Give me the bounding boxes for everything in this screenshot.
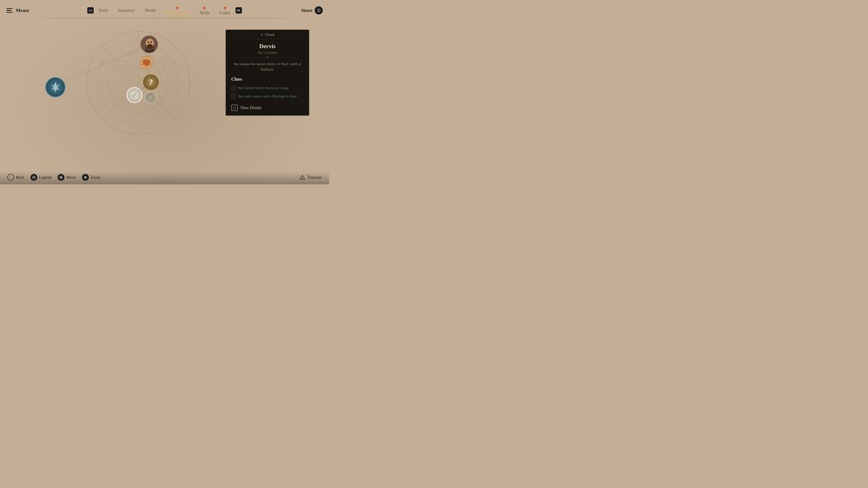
panel-status-text: Closed [265,33,275,37]
tutorials-label: Tutorials [307,175,322,180]
nav-tabs: L1 Tools Inventory World Investigation S… [87,4,242,17]
tab-inventory[interactable]: Inventory [113,6,140,15]
zoom-label: Zoom [91,175,100,180]
legend-control[interactable]: Legend [31,174,51,181]
clues-header: Clues [226,76,309,85]
question-mark: ? [149,77,153,87]
svg-point-10 [318,9,319,10]
back-button[interactable]: ○ [7,174,14,181]
triangle-icon [299,174,306,181]
partial-node-icon [145,92,156,103]
square-button-icon [231,105,238,111]
legend-button[interactable] [31,174,37,181]
move-label: Move [66,175,76,180]
skills-alert-icon [202,6,207,10]
status-check-icon: ✓ [260,33,264,37]
main-content: ? ✓ ✓ Closed Dervis Nur's Contact Nur ma… [0,18,329,171]
svg-point-22 [147,44,153,48]
store-section[interactable]: Store [301,6,323,14]
zoom-icon [84,175,87,179]
selected-node[interactable]: ✓ [127,87,143,103]
clue-icon-2 [231,94,236,99]
clue-text-1: Nur marked Shari's district on a map. [238,86,289,91]
l3-icon [32,175,36,179]
bottom-controls-left: ○ Back Legend Move [7,174,100,181]
portrait-svg [141,36,158,53]
question-node[interactable]: ? [143,74,159,91]
zoom-button[interactable] [82,174,89,181]
panel-description: Nur mapped the factory district of Shari… [226,61,309,76]
move-icon [59,175,63,179]
tab-investigation[interactable]: Investigation [160,4,195,17]
info-panel: ✓ Closed Dervis Nur's Contact Nur mapped… [225,30,309,116]
svg-point-30 [33,177,34,178]
r1-button[interactable]: R1 [236,7,242,13]
panel-title: Dervis [226,39,309,51]
codex-alert-icon [223,6,227,10]
tab-world[interactable]: World [140,6,160,15]
tab-tools[interactable]: Tools [94,6,113,15]
svg-point-21 [151,41,152,43]
zoom-control[interactable]: Zoom [82,174,100,181]
tutorials-button[interactable] [299,174,306,181]
menu-bar-2 [6,10,11,11]
panel-status: ✓ Closed [226,30,309,39]
bottom-bar: ○ Back Legend Move [0,171,329,184]
back-control[interactable]: ○ Back [7,174,24,181]
tab-codex[interactable]: Codex [214,4,236,17]
investigation-alert-icon [175,6,180,10]
tutorials-control[interactable]: Tutorials [299,174,322,181]
clue-item-2: Nur made contact with a Merchant in Shar… [226,93,309,101]
clue-inner-icon-2 [232,95,235,98]
location-star-node[interactable] [140,56,153,69]
svg-line-12 [56,44,149,86]
top-navigation: Menu L1 Tools Inventory World Investigat… [0,0,329,18]
view-details-label: View Details [240,105,261,110]
menu-bar-1 [6,8,13,9]
legend-label: Legend [39,175,51,180]
l1-button[interactable]: L1 [87,7,94,13]
svg-rect-11 [318,11,319,11]
panel-divider [230,57,305,58]
check-mark: ✓ [132,92,137,99]
view-details-button[interactable]: View Details [226,101,309,116]
star-icon [140,56,153,69]
assassin-node[interactable] [45,77,66,97]
clue-icon-1 [231,86,236,90]
menu-section[interactable]: Menu [6,7,29,13]
partial-node[interactable] [144,91,157,103]
menu-label: Menu [16,7,29,13]
bottom-controls-right[interactable]: Tutorials [299,174,322,181]
menu-icon [6,8,13,13]
tab-skills[interactable]: Skills [194,4,214,17]
store-button[interactable] [315,6,323,14]
character-portrait[interactable] [140,35,158,53]
back-label: Back [16,175,24,180]
move-control[interactable]: Move [58,174,76,181]
clue-item-1: Nur marked Shari's district on a map. [226,85,309,93]
svg-point-20 [148,41,149,43]
store-label: Store [301,7,312,13]
move-button[interactable] [58,174,64,181]
assassin-symbol-icon [49,81,62,94]
clue-inner-icon-1 [232,87,235,89]
square-button-inner [233,107,236,109]
menu-bar-3 [6,12,13,13]
clue-text-2: Nur made contact with a Merchant in Shar… [238,94,298,99]
